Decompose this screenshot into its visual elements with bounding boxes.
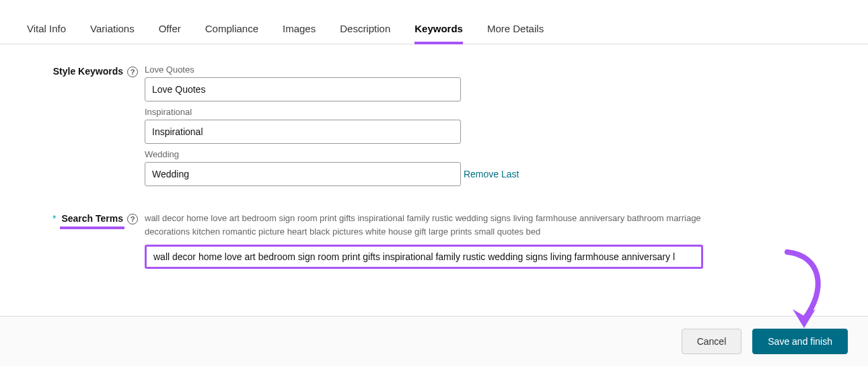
tab-offer[interactable]: Offer [159,11,181,44]
tab-keywords-label: Keywords [414,23,463,34]
style-keyword-input-2[interactable] [145,162,461,186]
style-keyword-hint-0: Love Quotes [145,65,703,75]
tab-images[interactable]: Images [283,11,316,44]
tab-compliance[interactable]: Compliance [205,11,258,44]
style-keyword-hint-2: Wedding [145,149,703,159]
tab-description[interactable]: Description [340,11,390,44]
style-keyword-hint-1: Inspirational [145,107,703,117]
required-indicator: * [52,213,56,224]
tab-variations[interactable]: Variations [90,11,135,44]
style-keywords-row: Style Keywords ? Love Quotes Inspiration… [27,65,841,192]
search-terms-body: wall decor home love art bedroom sign ro… [145,212,703,269]
tab-vital-info[interactable]: Vital Info [27,11,66,44]
cancel-button[interactable]: Cancel [682,329,742,354]
search-terms-label: * Search Terms ? [27,212,145,269]
style-keyword-input-0[interactable] [145,77,461,101]
save-and-finish-button[interactable]: Save and finish [752,329,848,354]
style-keywords-body: Love Quotes Inspirational Wedding Remove… [145,65,703,192]
remove-last-link[interactable]: Remove Last [464,169,519,179]
tab-bar: Vital Info Variations Offer Compliance I… [0,0,868,44]
tab-more-details[interactable]: More Details [487,11,544,44]
active-tab-indicator [414,42,463,44]
tab-keywords[interactable]: Keywords [414,11,463,44]
footer-actions: Cancel Save and finish [0,316,868,366]
search-terms-hint: wall decor home love art bedroom sign ro… [145,212,703,238]
style-keywords-label-text: Style Keywords [53,66,123,77]
search-terms-label-text: Search Terms [61,213,123,224]
style-keyword-input-1[interactable] [145,120,461,144]
form-content: Style Keywords ? Love Quotes Inspiration… [0,44,868,316]
help-icon[interactable]: ? [127,67,138,77]
search-terms-row: * Search Terms ? wall decor home love ar… [27,212,841,269]
search-terms-input[interactable] [145,245,703,269]
help-icon[interactable]: ? [127,214,138,224]
style-keywords-label: Style Keywords ? [27,65,145,192]
